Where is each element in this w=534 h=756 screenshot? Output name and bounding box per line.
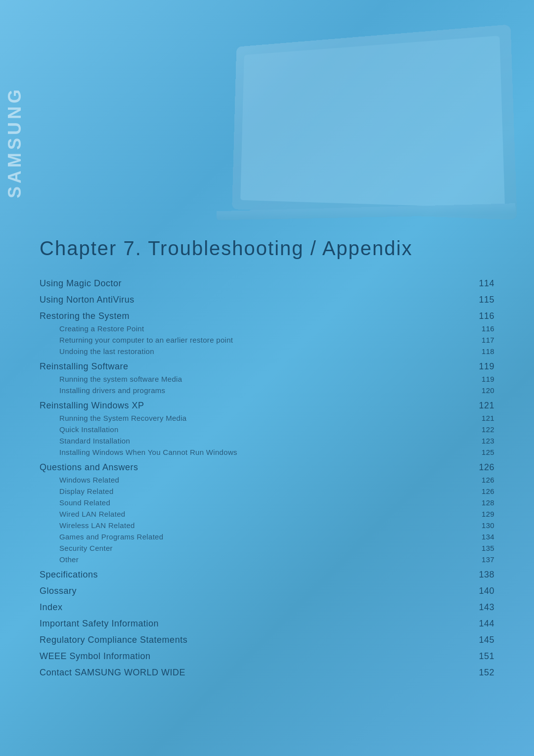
toc-item-page: 118 bbox=[470, 347, 494, 356]
toc-item[interactable]: Other137 bbox=[40, 554, 494, 565]
toc-item-page: 119 bbox=[470, 361, 494, 372]
toc-item-title: Running the System Recovery Media bbox=[59, 414, 470, 422]
content-area: Chapter 7. Troubleshooting / Appendix Us… bbox=[0, 237, 534, 756]
toc-item[interactable]: Glossary140 bbox=[40, 584, 494, 598]
toc-item-title: Important Safety Information bbox=[40, 619, 470, 629]
toc-item[interactable]: Windows Related126 bbox=[40, 474, 494, 486]
toc-item[interactable]: Contact SAMSUNG WORLD WIDE152 bbox=[40, 666, 494, 679]
toc-item[interactable]: Sound Related128 bbox=[40, 497, 494, 508]
toc-item-page: 129 bbox=[470, 510, 494, 518]
toc-item[interactable]: Games and Programs Related134 bbox=[40, 531, 494, 542]
toc-item[interactable]: Regulatory Compliance Statements145 bbox=[40, 633, 494, 647]
toc-item-page: 125 bbox=[470, 448, 494, 456]
toc-item-title: Wireless LAN Related bbox=[59, 521, 470, 530]
toc-item-page: 116 bbox=[470, 324, 494, 333]
toc-item-title: Security Center bbox=[59, 544, 470, 552]
toc-item-title: Games and Programs Related bbox=[59, 533, 470, 541]
toc-item-title: Using Norton AntiVirus bbox=[40, 295, 470, 305]
toc-item-title: Contact SAMSUNG WORLD WIDE bbox=[40, 667, 470, 678]
toc-item[interactable]: Reinstalling Windows XP121 bbox=[40, 399, 494, 412]
toc-item-page: 143 bbox=[470, 602, 494, 613]
toc-item-page: 145 bbox=[470, 635, 494, 645]
toc-item[interactable]: Restoring the System116 bbox=[40, 310, 494, 323]
toc-item-page: 122 bbox=[470, 425, 494, 434]
toc-item-title: Display Related bbox=[59, 487, 470, 495]
toc-item-page: 137 bbox=[470, 555, 494, 564]
toc-item-title: Specifications bbox=[40, 570, 470, 580]
toc-item[interactable]: Standard Installation123 bbox=[40, 435, 494, 446]
toc-item[interactable]: Using Norton AntiVirus115 bbox=[40, 293, 494, 307]
toc-item-page: 128 bbox=[470, 498, 494, 507]
toc-item-title: Windows Related bbox=[59, 476, 470, 484]
toc-item[interactable]: Questions and Answers126 bbox=[40, 461, 494, 474]
toc-item-page: 121 bbox=[470, 400, 494, 411]
toc-item-page: 123 bbox=[470, 437, 494, 445]
toc-item-title: Running the system software Media bbox=[59, 375, 470, 383]
toc-item-page: 126 bbox=[470, 462, 494, 473]
laptop-screen-inner bbox=[240, 36, 505, 208]
toc-item-page: 134 bbox=[470, 533, 494, 541]
toc-item[interactable]: Creating a Restore Point116 bbox=[40, 323, 494, 334]
toc-item[interactable]: Undoing the last restoration118 bbox=[40, 346, 494, 357]
toc-item-title: Quick Installation bbox=[59, 425, 470, 434]
toc-item[interactable]: Running the system software Media119 bbox=[40, 373, 494, 385]
laptop-body bbox=[232, 24, 517, 220]
toc-item[interactable]: Wired LAN Related129 bbox=[40, 508, 494, 520]
toc-item-title: Installing Windows When You Cannot Run W… bbox=[59, 448, 470, 456]
toc-item[interactable]: Installing drivers and programs120 bbox=[40, 385, 494, 396]
toc-item-page: 144 bbox=[470, 619, 494, 629]
toc-item[interactable]: Quick Installation122 bbox=[40, 424, 494, 435]
toc-item-title: Other bbox=[59, 555, 470, 564]
toc-item-title: Installing drivers and programs bbox=[59, 386, 470, 395]
toc-item[interactable]: Security Center135 bbox=[40, 542, 494, 554]
toc-item[interactable]: Display Related126 bbox=[40, 486, 494, 497]
toc-item-title: Wired LAN Related bbox=[59, 510, 470, 518]
toc-item-page: 126 bbox=[470, 476, 494, 484]
toc-item-title: Reinstalling Windows XP bbox=[40, 400, 470, 411]
toc-item[interactable]: Index143 bbox=[40, 601, 494, 614]
toc-item[interactable]: Important Safety Information144 bbox=[40, 617, 494, 630]
toc-item-page: 130 bbox=[470, 521, 494, 530]
toc-item-title: Returning your computer to an earlier re… bbox=[59, 336, 470, 344]
toc-item-page: 135 bbox=[470, 544, 494, 552]
toc-item-page: 120 bbox=[470, 386, 494, 395]
chapter-title: Chapter 7. Troubleshooting / Appendix bbox=[40, 237, 494, 260]
samsung-logo: SAMSUNG bbox=[4, 87, 25, 198]
toc-item-title: Creating a Restore Point bbox=[59, 324, 470, 333]
toc-item[interactable]: Returning your computer to an earlier re… bbox=[40, 334, 494, 346]
toc-item-page: 126 bbox=[470, 487, 494, 495]
toc-item-page: 114 bbox=[470, 278, 494, 289]
toc-item-title: Index bbox=[40, 602, 470, 613]
toc-item-page: 151 bbox=[470, 651, 494, 662]
toc-item-title: Restoring the System bbox=[40, 311, 470, 321]
toc-container: Using Magic Doctor114Using Norton AntiVi… bbox=[40, 277, 494, 679]
toc-item-title: Sound Related bbox=[59, 498, 470, 507]
toc-item-title: Using Magic Doctor bbox=[40, 278, 470, 289]
toc-item-page: 152 bbox=[470, 667, 494, 678]
toc-item-title: Questions and Answers bbox=[40, 462, 470, 473]
toc-item[interactable]: Installing Windows When You Cannot Run W… bbox=[40, 446, 494, 458]
laptop-decoration bbox=[188, 15, 534, 262]
toc-item-title: Regulatory Compliance Statements bbox=[40, 635, 470, 645]
samsung-logo-text: SAMSUNG bbox=[4, 87, 25, 198]
toc-item-title: Undoing the last restoration bbox=[59, 347, 470, 356]
toc-item[interactable]: Wireless LAN Related130 bbox=[40, 520, 494, 531]
toc-item-title: Reinstalling Software bbox=[40, 361, 470, 372]
toc-item-page: 138 bbox=[470, 570, 494, 580]
toc-item-title: Standard Installation bbox=[59, 437, 470, 445]
toc-item-page: 116 bbox=[470, 311, 494, 321]
toc-item-page: 119 bbox=[470, 375, 494, 383]
toc-item-page: 121 bbox=[470, 414, 494, 422]
toc-item[interactable]: Reinstalling Software119 bbox=[40, 360, 494, 373]
toc-item[interactable]: Specifications138 bbox=[40, 568, 494, 581]
toc-item-page: 140 bbox=[470, 586, 494, 596]
toc-item[interactable]: Using Magic Doctor114 bbox=[40, 277, 494, 290]
toc-item[interactable]: Running the System Recovery Media121 bbox=[40, 412, 494, 424]
toc-item-title: WEEE Symbol Information bbox=[40, 651, 470, 662]
toc-item-title: Glossary bbox=[40, 586, 470, 596]
toc-item-page: 115 bbox=[470, 295, 494, 305]
toc-item-page: 117 bbox=[470, 336, 494, 344]
toc-item[interactable]: WEEE Symbol Information151 bbox=[40, 650, 494, 663]
